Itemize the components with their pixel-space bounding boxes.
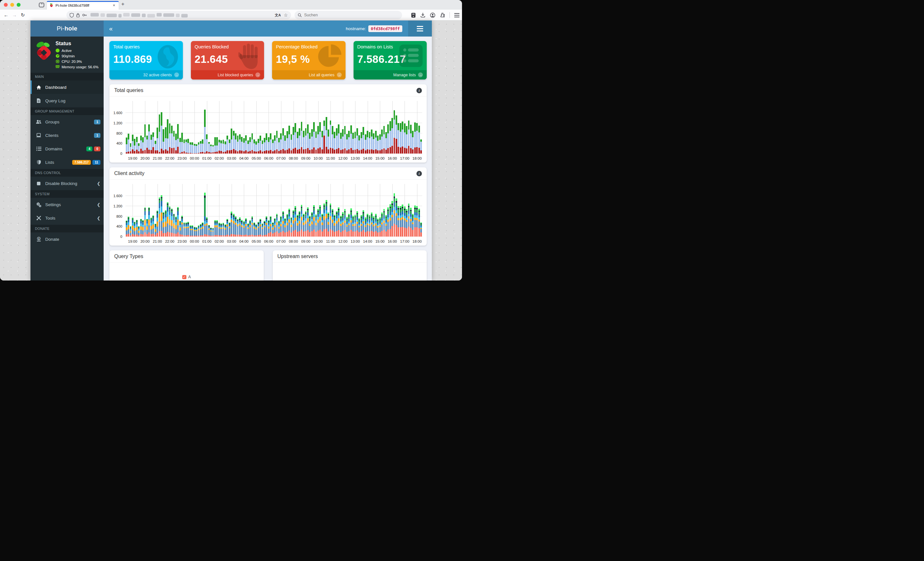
chart-bar: [332, 126, 333, 154]
chart-bar: [326, 117, 327, 154]
translate-icon[interactable]: 文A: [274, 13, 281, 18]
chart-bar: [332, 209, 333, 236]
chart-bar: [200, 224, 201, 236]
chart-bar: [361, 215, 362, 237]
chart-bar: [387, 124, 389, 154]
hostname-label: hostname:: [346, 26, 366, 31]
stat-card-total-queries: Total queries110.86932 active clients→: [110, 41, 183, 79]
chart-bar: [159, 197, 160, 236]
sidebar-item-query-log[interactable]: Query Log: [30, 94, 104, 108]
chart-bar: [381, 212, 383, 236]
chart-bar: [276, 131, 278, 154]
firefox-view-icon[interactable]: [37, 1, 45, 8]
chart-bar: [301, 205, 303, 236]
card-footer-link[interactable]: Manage lists→: [354, 70, 427, 79]
key-icon[interactable]: [82, 13, 87, 17]
y-axis-tick: 1.200: [113, 204, 122, 208]
card-footer-link[interactable]: List all queries→: [272, 70, 345, 79]
chart-bar: [291, 217, 292, 236]
back-icon[interactable]: ←: [2, 12, 10, 18]
reload-icon[interactable]: ↻: [19, 12, 27, 18]
chart-bar: [326, 200, 327, 236]
tab-title: Pi-hole 0fd38cd798ff: [56, 3, 112, 7]
sidebar-item-domains[interactable]: Domains40: [30, 142, 104, 156]
sidebar-item-label: Clients: [45, 133, 58, 138]
chart-bar: [352, 216, 354, 236]
sidebar-item-lists[interactable]: Lists7.586.21711: [30, 156, 104, 169]
chart-bar: [299, 211, 300, 236]
chart-bar: [387, 207, 389, 236]
browser-tab[interactable]: Pi-hole 0fd38cd798ff ×: [47, 1, 119, 10]
sidebar-item-clients[interactable]: Clients1: [30, 129, 104, 142]
tab-close-icon[interactable]: ×: [112, 3, 116, 8]
chart-bar: [214, 137, 216, 154]
search-bar[interactable]: [294, 11, 402, 19]
extensions-icon[interactable]: [440, 12, 445, 18]
new-tab-button[interactable]: +: [121, 1, 124, 7]
sidebar-item-settings[interactable]: Settings❮: [30, 198, 104, 211]
chart-bar: [173, 214, 175, 236]
downloads-icon[interactable]: [420, 12, 425, 18]
sidebar-item-groups[interactable]: Groups1: [30, 115, 104, 129]
account-icon[interactable]: [430, 12, 435, 18]
x-axis-tick: 18:00: [412, 156, 422, 160]
chart-bar: [262, 223, 263, 236]
chart-bar: [231, 212, 232, 236]
info-icon[interactable]: i: [417, 88, 422, 93]
sidebar-item-tools[interactable]: Tools❮: [30, 211, 104, 225]
close-window-button[interactable]: [4, 3, 8, 7]
forward-icon[interactable]: →: [10, 12, 19, 18]
card-footer-link[interactable]: 32 active clients→: [110, 70, 183, 79]
menu-icon[interactable]: [454, 13, 459, 17]
sidebar-section-header: DNS CONTROL: [30, 169, 104, 177]
sidebar-item-label: Lists: [45, 160, 54, 165]
x-axis-tick: 22:00: [165, 239, 174, 243]
minimize-window-button[interactable]: [10, 3, 14, 7]
chart-bar: [357, 128, 358, 154]
chart-bar: [408, 203, 410, 236]
sidebar-item-disable-blocking[interactable]: Disable Blocking❮: [30, 177, 104, 190]
sidebar-collapse-icon[interactable]: «: [109, 25, 112, 32]
chart-bar: [278, 138, 280, 154]
desktop-background: Pi-hole « hostname: 0fd38cd798ff: [0, 21, 462, 280]
sidebar-item-donate[interactable]: $Donate: [30, 232, 104, 246]
maximize-window-button[interactable]: [16, 3, 21, 7]
chart-bar: [305, 211, 307, 236]
chart-bar: [258, 139, 259, 154]
chart-bar: [303, 131, 304, 154]
x-axis-tick: 04:00: [239, 239, 249, 243]
chart-bar: [136, 137, 138, 154]
chart-bar: [328, 212, 329, 236]
card-footer-link[interactable]: List blocked queries→: [191, 70, 264, 79]
url-bar[interactable]: 文A ☆: [66, 11, 291, 19]
chart-bar: [171, 209, 172, 236]
shield-icon[interactable]: [70, 13, 74, 18]
chart-bar: [377, 218, 379, 236]
sidebar-item-dashboard[interactable]: Dashboard: [30, 81, 104, 94]
tab-manager-icon[interactable]: [411, 12, 416, 18]
search-input[interactable]: [304, 13, 399, 17]
chart-bar: [330, 203, 332, 236]
chart-bar: [231, 129, 232, 154]
x-axis-tick: 12:00: [338, 156, 348, 160]
chart-bar: [321, 214, 323, 236]
bookmark-star-icon[interactable]: ☆: [284, 12, 288, 18]
y-axis-tick: 0: [120, 235, 122, 238]
y-axis-tick: 400: [117, 224, 122, 228]
chart-bar: [132, 218, 134, 236]
query-types-legend: ✓ A: [110, 275, 264, 279]
stat-card-domains-on-lists: Domains on Lists7.586.217Manage lists→: [354, 41, 427, 79]
status-label: Memory usage: 56.6%: [62, 65, 99, 69]
info-icon[interactable]: i: [417, 171, 422, 176]
chart-bar: [284, 135, 286, 154]
chart-bar: [406, 209, 408, 236]
pihole-menu-button[interactable]: [408, 21, 432, 37]
chart-bar: [375, 131, 376, 154]
chart-bar: [140, 219, 142, 237]
legend-checkbox[interactable]: ✓: [182, 275, 186, 279]
chart-bar: [373, 216, 374, 236]
lock-icon[interactable]: [76, 13, 80, 18]
chart-bar: [412, 131, 414, 154]
chart-bar: [379, 134, 381, 154]
screenshot-frame: Pi-hole 0fd38cd798ff × + ← → ↻ 文A: [0, 0, 462, 280]
